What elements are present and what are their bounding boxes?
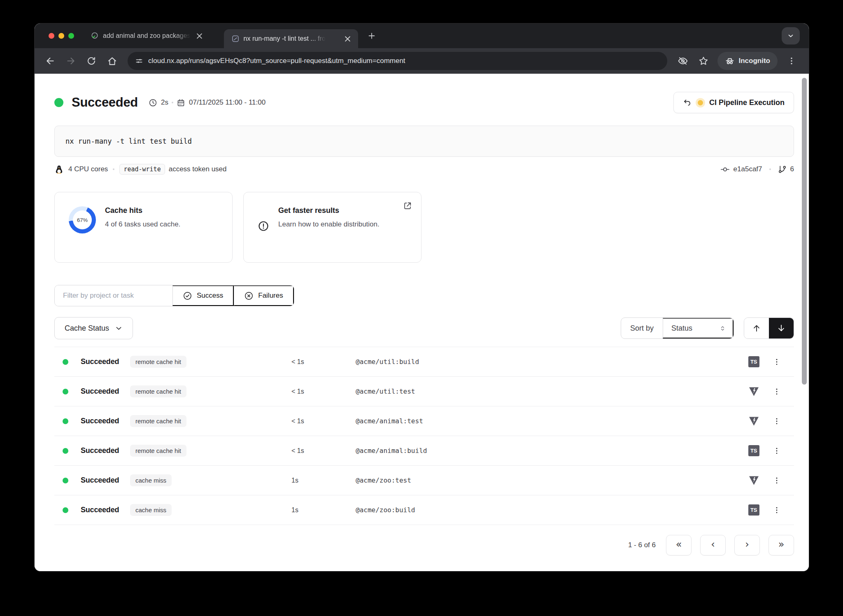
cache-card-subtitle: 4 of 6 tasks used cache. bbox=[105, 219, 180, 230]
clock-icon bbox=[149, 98, 157, 107]
page-content: Succeeded 2s bbox=[35, 74, 809, 571]
sort-direction-group bbox=[744, 317, 794, 339]
status-dot bbox=[63, 359, 68, 365]
traffic-lights bbox=[35, 33, 82, 39]
date-meta: 07/11/2025 11:00 - 11:00 bbox=[177, 98, 265, 107]
filter-failures-button[interactable]: Failures bbox=[234, 285, 293, 306]
row-menu-button[interactable] bbox=[769, 384, 784, 399]
cache-hits-card: 67% Cache hits 4 of 6 tasks used cache. bbox=[54, 192, 233, 263]
row-task-name: @acme/zoo:test bbox=[356, 476, 741, 484]
arrow-up-icon bbox=[752, 324, 761, 333]
tab-github-pr[interactable]: add animal and zoo packages bbox=[82, 23, 210, 48]
distribution-card[interactable]: Get faster results Learn how to enable d… bbox=[243, 192, 422, 263]
info-alert-icon bbox=[258, 220, 269, 232]
github-check-icon bbox=[91, 32, 99, 40]
pagination: 1 - 6 of 6 « ‹ › » bbox=[54, 535, 794, 568]
run-meta-row: 4 CPU cores read-write access token used… bbox=[54, 164, 794, 175]
last-page-button[interactable]: » bbox=[768, 535, 794, 555]
undo-icon bbox=[683, 98, 692, 107]
cache-status-badge: cache miss bbox=[130, 474, 172, 486]
access-token-badge: read-write bbox=[119, 164, 165, 175]
scrollbar-thumb[interactable] bbox=[802, 78, 807, 385]
tab-title: add animal and zoo packages bbox=[103, 32, 191, 40]
vitest-icon bbox=[741, 475, 767, 486]
table-row[interactable]: Succeeded remote cache hit < 1s @acme/an… bbox=[54, 436, 794, 466]
next-page-button[interactable]: › bbox=[734, 535, 760, 555]
arrow-down-icon bbox=[777, 324, 786, 333]
double-chevron-right-icon: » bbox=[778, 539, 785, 550]
typescript-icon: TS bbox=[741, 504, 767, 516]
status-dot bbox=[54, 98, 63, 107]
sort-ascending-button[interactable] bbox=[744, 318, 769, 338]
filter-input[interactable] bbox=[55, 285, 172, 306]
row-status: Succeeded bbox=[81, 417, 130, 425]
separator-dot bbox=[172, 102, 173, 103]
cpu-cores-label: 4 CPU cores bbox=[68, 165, 108, 173]
minimize-window-button[interactable] bbox=[58, 33, 64, 39]
summary-cards: 67% Cache hits 4 of 6 tasks used cache. … bbox=[54, 192, 794, 263]
maximize-window-button[interactable] bbox=[68, 33, 74, 39]
table-row[interactable]: Succeeded remote cache hit < 1s @acme/ut… bbox=[54, 347, 794, 377]
calendar-icon bbox=[177, 98, 185, 107]
site-settings-icon[interactable] bbox=[135, 57, 143, 65]
table-row[interactable]: Succeeded cache miss 1s @acme/zoo:test bbox=[54, 466, 794, 495]
row-duration: < 1s bbox=[291, 418, 356, 425]
row-menu-button[interactable] bbox=[769, 355, 784, 369]
address-bar[interactable]: cloud.nx.app/runs/agsvEHsQc8?utm_source=… bbox=[128, 52, 667, 70]
reload-icon[interactable] bbox=[82, 52, 100, 70]
chevron-left-icon: ‹ bbox=[711, 539, 715, 550]
table-row[interactable]: Succeeded remote cache hit < 1s @acme/ut… bbox=[54, 377, 794, 406]
row-status: Succeeded bbox=[81, 476, 130, 485]
duration-label: 2s bbox=[161, 98, 168, 107]
row-task-name: @acme/animal:test bbox=[356, 417, 741, 425]
row-status: Succeeded bbox=[81, 357, 130, 366]
row-menu-button[interactable] bbox=[769, 473, 784, 488]
external-link-icon[interactable] bbox=[403, 201, 412, 210]
row-menu-button[interactable] bbox=[769, 414, 784, 429]
forward-icon[interactable] bbox=[62, 52, 80, 70]
close-window-button[interactable] bbox=[49, 33, 54, 39]
tab-search-chevron-icon[interactable] bbox=[782, 27, 800, 44]
row-duration: < 1s bbox=[291, 447, 356, 455]
row-menu-button[interactable] bbox=[769, 503, 784, 518]
row-duration: 1s bbox=[291, 477, 356, 484]
x-circle-icon bbox=[244, 291, 254, 301]
sort-controls: Sort by Status bbox=[621, 317, 794, 339]
row-menu-button[interactable] bbox=[769, 443, 784, 458]
cache-status-badge: remote cache hit bbox=[130, 415, 186, 427]
sort-by-label: Sort by bbox=[621, 318, 663, 338]
distribution-card-title: Get faster results bbox=[278, 206, 380, 215]
incognito-icon bbox=[725, 56, 735, 66]
row-duration: < 1s bbox=[291, 388, 356, 395]
cache-status-dropdown[interactable]: Cache Status bbox=[54, 317, 133, 339]
first-page-button[interactable]: « bbox=[666, 535, 692, 555]
cache-percent-label: 67% bbox=[73, 210, 92, 229]
browser-menu-icon[interactable] bbox=[782, 52, 801, 70]
pipeline-status-dot bbox=[698, 100, 703, 105]
sort-descending-button[interactable] bbox=[769, 318, 794, 338]
row-status: Succeeded bbox=[81, 446, 130, 455]
status-dot bbox=[63, 507, 68, 513]
cache-card-title: Cache hits bbox=[105, 206, 180, 215]
commit-icon bbox=[720, 165, 730, 174]
tab-close-icon[interactable] bbox=[195, 31, 204, 41]
sort-field-select[interactable]: Status bbox=[663, 318, 734, 338]
table-row[interactable]: Succeeded cache miss 1s @acme/zoo:build … bbox=[54, 495, 794, 525]
table-row[interactable]: Succeeded remote cache hit < 1s @acme/an… bbox=[54, 406, 794, 436]
incognito-badge: Incognito bbox=[717, 52, 778, 70]
task-table: Succeeded remote cache hit < 1s @acme/ut… bbox=[54, 347, 794, 525]
tab-close-icon[interactable] bbox=[343, 34, 352, 44]
tab-nx-cloud-run[interactable]: nx run-many -t lint test ... fro bbox=[224, 29, 358, 48]
filter-success-button[interactable]: Success bbox=[172, 285, 234, 306]
eye-off-icon[interactable] bbox=[674, 52, 692, 70]
bookmark-star-icon[interactable] bbox=[694, 52, 713, 70]
back-icon[interactable] bbox=[41, 52, 59, 70]
vcs-meta: e1a5caf7 6 bbox=[720, 165, 794, 174]
previous-page-button[interactable]: ‹ bbox=[700, 535, 726, 555]
home-icon[interactable] bbox=[103, 52, 121, 70]
row-task-name: @acme/util:build bbox=[356, 358, 741, 366]
row-status: Succeeded bbox=[81, 506, 130, 514]
new-tab-button[interactable] bbox=[365, 29, 379, 43]
incognito-label: Incognito bbox=[739, 57, 770, 65]
ci-pipeline-execution-button[interactable]: CI Pipeline Execution bbox=[673, 92, 794, 113]
